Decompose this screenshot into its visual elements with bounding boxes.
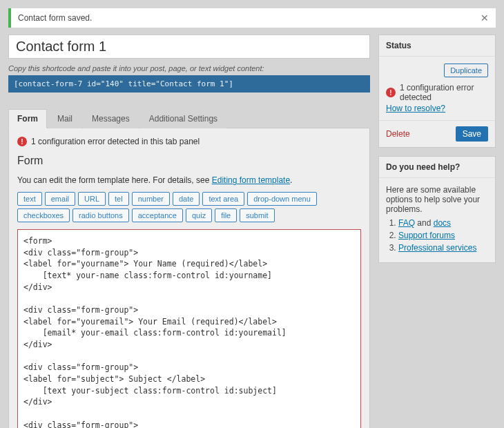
form-title-input[interactable] bbox=[14, 38, 364, 55]
tag-button-checkboxes[interactable]: checkboxes bbox=[17, 208, 70, 222]
shortcode-display[interactable]: [contact-form-7 id="140" title="Contact … bbox=[8, 75, 370, 93]
tag-button-drop-down-menu[interactable]: drop-down menu bbox=[247, 192, 317, 206]
status-box: Status Duplicate ! 1 configuration error… bbox=[378, 35, 496, 148]
save-button[interactable]: Save bbox=[456, 126, 488, 142]
tab-additional-settings[interactable]: Additional Settings bbox=[140, 109, 226, 128]
saved-notice: Contact form saved. ✕ bbox=[8, 8, 496, 28]
tab-error-text: 1 configuration error detected in this t… bbox=[31, 137, 200, 146]
tag-button-row: textemailURLtelnumberdatetext areadrop-d… bbox=[17, 192, 361, 222]
tab-mail[interactable]: Mail bbox=[48, 109, 81, 128]
tag-button-date[interactable]: date bbox=[173, 192, 200, 206]
close-icon[interactable]: ✕ bbox=[481, 12, 489, 23]
tag-button-file[interactable]: file bbox=[215, 208, 237, 222]
list-item: Support forums bbox=[398, 231, 488, 240]
tag-button-number[interactable]: number bbox=[132, 192, 170, 206]
tab-messages[interactable]: Messages bbox=[83, 109, 139, 128]
delete-link[interactable]: Delete bbox=[386, 129, 410, 139]
duplicate-button[interactable]: Duplicate bbox=[444, 64, 488, 77]
editing-form-template-link[interactable]: Editing form template bbox=[212, 175, 290, 185]
support-forums-link[interactable]: Support forums bbox=[398, 231, 455, 240]
error-icon: ! bbox=[17, 137, 27, 146]
error-icon: ! bbox=[386, 88, 396, 97]
help-box: Do you need help? Here are some availabl… bbox=[378, 156, 496, 263]
status-heading: Status bbox=[386, 41, 411, 50]
shortcode-hint: Copy this shortcode and paste it into yo… bbox=[8, 64, 370, 72]
help-heading: Do you need help? bbox=[386, 162, 460, 172]
tag-button-text[interactable]: text bbox=[17, 192, 42, 206]
tag-button-submit[interactable]: submit bbox=[240, 208, 274, 222]
tab-form[interactable]: Form bbox=[8, 109, 47, 128]
help-list: FAQ and docs Support forums Professional… bbox=[386, 218, 488, 253]
form-help-text: You can edit the form template here. For… bbox=[17, 175, 361, 185]
list-item: Professional services bbox=[398, 243, 488, 253]
title-field-wrap bbox=[8, 35, 370, 59]
notice-text: Contact form saved. bbox=[18, 13, 92, 23]
docs-link[interactable]: docs bbox=[434, 218, 451, 228]
tag-button-email[interactable]: email bbox=[45, 192, 75, 206]
how-to-resolve-link[interactable]: How to resolve? bbox=[386, 104, 445, 113]
tab-panel-form: ! 1 configuration error detected in this… bbox=[8, 128, 370, 428]
help-intro: Here are some available options to help … bbox=[386, 185, 488, 214]
tag-button-text-area[interactable]: text area bbox=[202, 192, 244, 206]
list-item: FAQ and docs bbox=[398, 218, 488, 228]
tag-button-quiz[interactable]: quiz bbox=[186, 208, 212, 222]
tag-button-tel[interactable]: tel bbox=[108, 192, 129, 206]
faq-link[interactable]: FAQ bbox=[398, 218, 415, 228]
form-template-textarea[interactable] bbox=[17, 229, 361, 428]
tag-button-URL[interactable]: URL bbox=[78, 192, 106, 206]
section-heading-form: Form bbox=[17, 155, 361, 167]
tag-button-acceptance[interactable]: acceptance bbox=[132, 208, 183, 222]
status-config-error: ! 1 configuration error detected bbox=[386, 83, 488, 102]
tag-button-radio-buttons[interactable]: radio buttons bbox=[72, 208, 129, 222]
professional-services-link[interactable]: Professional services bbox=[398, 243, 476, 253]
tab-error-line: ! 1 configuration error detected in this… bbox=[17, 137, 361, 146]
